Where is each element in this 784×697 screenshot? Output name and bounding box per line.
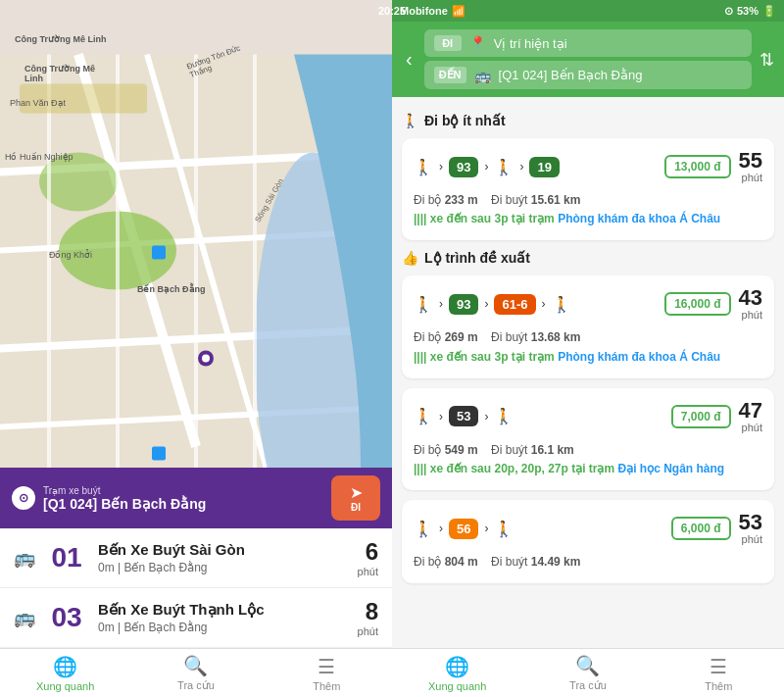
nav-item-tracuu-left[interactable]: 🔍 Tra cứu	[130, 649, 261, 697]
swap-button[interactable]: ⇅	[760, 49, 774, 71]
route-details-3: Đi bộ 549 m Đi buýt 16.1 km |||| xe đến …	[414, 441, 762, 478]
arrow-2a: ›	[439, 297, 443, 311]
nav-item-xungquanh-left[interactable]: 🌐 Xung quanh	[0, 649, 130, 697]
right-panel: Mobifone 📶 20:25 ⊙ 53% 🔋 ‹ ĐI 📍 Vị trí h…	[392, 0, 784, 697]
bus-list: 🚌 01 Bến Xe Buýt Sài Gòn 0m | Bến Bạch Đ…	[0, 528, 392, 648]
route-from-row[interactable]: ĐI 📍 Vị trí hiện tại	[424, 29, 752, 57]
price-box-1: 13,000 đ	[664, 155, 730, 178]
carrier-right: Mobifone	[400, 5, 448, 17]
bus-details-01: Bến Xe Buýt Sài Gòn 0m | Bến Bạch Đằng	[98, 541, 346, 574]
price-duration-2: 16,000 đ 43 phút	[664, 287, 762, 321]
map-label-phanvan: Phan Văn Đạt	[10, 98, 66, 108]
to-label: ĐẾN	[434, 67, 466, 83]
walk-icon-2a: 🚶	[414, 295, 433, 314]
wait-info-2: |||| xe đến sau 3p tại trạm	[414, 350, 555, 364]
route-card-2-header: 🚶 › 93 › 61-6 › 🚶 16,000 đ 43 phút	[414, 287, 762, 321]
from-text: Vị trí hiện tại	[494, 36, 567, 51]
bus-item-icon-01: 🚌	[14, 547, 35, 569]
walk-section-icon: 🚶	[402, 113, 418, 128]
bus-item-01[interactable]: 🚌 01 Bến Xe Buýt Sài Gòn 0m | Bến Bạch Đ…	[0, 528, 392, 588]
go-button[interactable]: ➤ ĐI	[331, 475, 380, 521]
bus-number-area-03: 03	[47, 604, 86, 631]
bus-dist-3: Đi buýt 16.1 km	[491, 443, 574, 457]
route-card-4[interactable]: 🚶 › 56 › 🚶 6,000 đ 53 phút Đi bộ 804 m	[402, 500, 774, 583]
bus-item-03[interactable]: 🚌 03 Bến Xe Buýt Thạnh Lộc 0m | Bến Bạch…	[0, 588, 392, 648]
propose-section-icon: 👍	[402, 250, 418, 266]
search-icon-right: 🔍	[575, 654, 600, 677]
route-steps-4: 🚶 › 56 › 🚶	[414, 519, 514, 539]
nav-item-them-right[interactable]: ☰ Thêm	[654, 649, 784, 697]
route-details-2: Đi bộ 269 m Đi buýt 13.68 km |||| xe đến…	[414, 328, 762, 366]
price-box-3: 7,000 đ	[671, 405, 731, 428]
walk-icon-1a: 🚶	[414, 158, 433, 176]
battery-icon: 🔋	[762, 5, 776, 18]
bus-min-label-03: phút	[358, 625, 378, 637]
bus-stop-info: Trạm xe buýt [Q1 024] Bến Bạch Đằng	[43, 485, 206, 512]
route-steps-1: 🚶 › 93 › 🚶 › 19	[414, 157, 560, 177]
route-card-1-header: 🚶 › 93 › 🚶 › 19 13,000 đ 55 phút	[414, 150, 762, 183]
route-to-row[interactable]: ĐẾN 🚌 [Q1 024] Bến Bạch Đằng	[424, 61, 752, 89]
back-button[interactable]: ‹	[402, 44, 416, 75]
price-duration-1: 13,000 đ 55 phút	[664, 150, 762, 183]
walk-icon-3a: 🚶	[414, 407, 433, 425]
svg-point-16	[202, 355, 210, 363]
bus-details-03: Bến Xe Buýt Thạnh Lộc 0m | Bến Bạch Đằng	[98, 601, 346, 634]
arrow-4a: ›	[439, 522, 443, 535]
bus-stop-icon: ⊙	[12, 486, 35, 510]
nav-item-xungquanh-right[interactable]: 🌐 Xung quanh	[392, 649, 522, 697]
bus-number-01: 01	[51, 544, 81, 572]
walk-dist-1: Đi bộ 233 m	[414, 193, 478, 207]
globe-icon-right: 🌐	[445, 655, 469, 678]
route-card-2[interactable]: 🚶 › 93 › 61-6 › 🚶 16,000 đ 43 phút	[402, 275, 774, 377]
duration-num-4: 53	[739, 512, 762, 533]
bus-item-icon-03: 🚌	[14, 607, 35, 628]
nav-label-xungquanh-left: Xung quanh	[36, 680, 94, 692]
section-title-2: 👍 Lộ trình đề xuất	[402, 250, 774, 266]
search-icon-left: 🔍	[183, 654, 208, 677]
station-1: Phòng khám đa khoa Á Châu	[558, 212, 720, 225]
bus-badge-93-1: 93	[449, 157, 478, 177]
map-label-dongkhoi: Đồng Khởi	[49, 250, 92, 260]
go-arrow-icon: ➤	[350, 483, 363, 502]
bus-stop-left-info: ⊙ Trạm xe buýt [Q1 024] Bến Bạch Đằng	[12, 485, 206, 512]
walk-icon-1b: 🚶	[494, 158, 514, 176]
map-label-hohuannghiep: Hồ Huấn Nghiệp	[5, 152, 74, 162]
bus-min-num-03: 8	[358, 598, 378, 625]
bus-dist-2: Đi buýt 13.68 km	[491, 330, 580, 344]
duration-box-2: 43 phút	[739, 287, 762, 321]
route-card-3-header: 🚶 › 53 › 🚶 7,000 đ 47 phút	[414, 400, 762, 433]
nav-label-xungquanh-right: Xung quanh	[428, 680, 486, 692]
bus-number-03: 03	[51, 604, 81, 631]
status-right: ⊙ 53% 🔋	[724, 5, 776, 18]
to-icon: 🚌	[474, 68, 491, 83]
status-bar-right: Mobifone 📶 20:25 ⊙ 53% 🔋	[392, 0, 784, 22]
nav-item-tracuu-right[interactable]: 🔍 Tra cứu	[522, 649, 653, 697]
bus-badge-19-1: 19	[529, 157, 559, 177]
station-2: Phòng khám đa khoa Á Châu	[558, 350, 720, 364]
arrow-2c: ›	[542, 297, 546, 311]
menu-icon-right: ☰	[710, 655, 727, 678]
route-card-3[interactable]: 🚶 › 53 › 🚶 7,000 đ 47 phút Đi bộ 549 m	[402, 388, 774, 490]
from-icon: 📍	[469, 35, 486, 51]
walk-icon-2b: 🚶	[552, 295, 571, 314]
arrow-3b: ›	[484, 410, 488, 423]
price-box-2: 16,000 đ	[664, 292, 730, 316]
bus-route-name-01: Bến Xe Buýt Sài Gòn	[98, 541, 346, 559]
wifi-icon: 📶	[452, 5, 466, 18]
bus-badge-61-6: 61-6	[494, 294, 535, 315]
bus-route-name-03: Bến Xe Buýt Thạnh Lộc	[98, 601, 346, 619]
map-label-benbach: Bến Bạch Đằng	[137, 284, 206, 294]
bus-number-area-01: 01	[47, 544, 86, 572]
arrow-1c: ›	[519, 160, 523, 174]
route-details-4: Đi bộ 804 m Đi buýt 14.49 km	[414, 553, 762, 572]
route-card-1[interactable]: 🚶 › 93 › 🚶 › 19 13,000 đ 55 phút	[402, 138, 774, 240]
walk-dist-2: Đi bộ 269 m	[414, 330, 478, 344]
walk-dist-4: Đi bộ 804 m	[414, 555, 478, 569]
duration-num-1: 55	[739, 150, 762, 172]
walk-icon-4a: 🚶	[414, 520, 433, 538]
nav-item-them-left[interactable]: ☰ Thêm	[262, 649, 392, 697]
arrow-1a: ›	[439, 160, 443, 174]
route-details-1: Đi bộ 233 m Đi buýt 15.61 km |||| xe đến…	[414, 191, 762, 228]
nav-label-them-left: Thêm	[313, 680, 340, 692]
bus-stop-banner[interactable]: ⊙ Trạm xe buýt [Q1 024] Bến Bạch Đằng ➤ …	[0, 468, 392, 528]
